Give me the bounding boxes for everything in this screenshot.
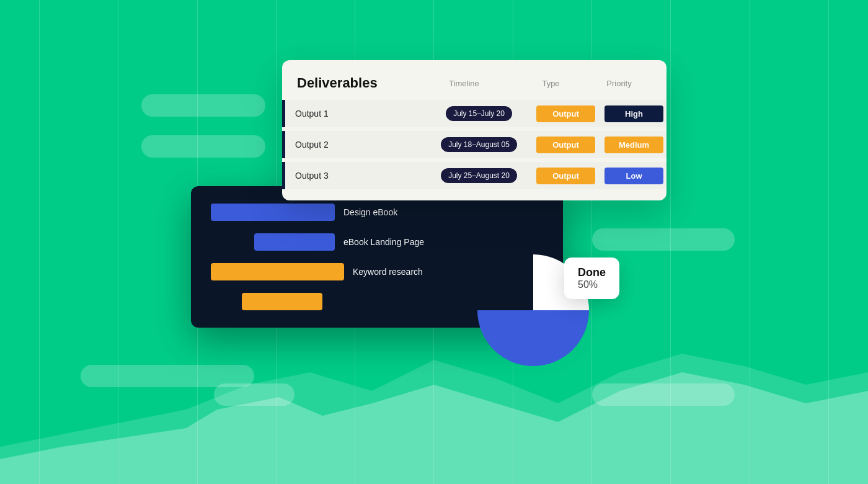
type-cell: Output [530, 105, 601, 122]
pill-3 [592, 228, 735, 251]
gantt-bar [211, 263, 344, 280]
pill-6 [214, 383, 294, 406]
pill-2 [141, 135, 265, 158]
type-cell: Output [530, 137, 601, 153]
done-title: Done [578, 266, 606, 279]
timeline-cell: July 25–August 20 [428, 168, 530, 183]
type-badge: Output [536, 105, 595, 122]
deliverables-card: Deliverables Timeline Type Priority Outp… [282, 60, 666, 200]
card-header: Deliverables Timeline Type Priority [282, 75, 666, 100]
card-title: Deliverables [297, 75, 413, 91]
done-tooltip: Done 50% [564, 258, 619, 299]
timeline-pill: July 25–August 20 [441, 168, 517, 183]
col-header-timeline: Timeline [413, 79, 515, 88]
gantt-bar [242, 293, 322, 310]
gantt-bar [254, 233, 335, 251]
priority-badge: Low [604, 168, 663, 184]
gantt-label: Design eBook [343, 207, 397, 217]
table-row: Output 3 July 25–August 20 Output Low [282, 162, 666, 189]
deliverable-rows: Output 1 July 15–July 20 Output High Out… [282, 100, 666, 189]
table-row: Output 1 July 15–July 20 Output High [282, 100, 666, 127]
priority-cell: High [601, 105, 666, 122]
timeline-cell: July 15–July 20 [428, 106, 530, 121]
type-badge: Output [536, 168, 595, 184]
pill-1 [141, 94, 265, 117]
gantt-bar [211, 204, 335, 221]
priority-badge: Medium [604, 137, 663, 153]
gantt-label: Keyword research [353, 267, 423, 277]
gantt-bar-wrap [211, 293, 322, 310]
type-cell: Output [530, 168, 601, 184]
row-name: Output 2 [285, 140, 428, 150]
timeline-pill: July 18–August 05 [441, 137, 517, 152]
timeline-pill: July 15–July 20 [446, 106, 512, 121]
row-name: Output 3 [285, 171, 428, 181]
table-row: Output 2 July 18–August 05 Output Medium [282, 131, 666, 158]
gantt-row: Design eBook [211, 204, 543, 221]
gantt-bar-wrap [211, 263, 344, 280]
timeline-cell: July 18–August 05 [428, 137, 530, 152]
gantt-label: eBook Landing Page [343, 237, 424, 247]
col-header-priority: Priority [587, 79, 652, 88]
type-badge: Output [536, 137, 595, 153]
col-header-type: Type [515, 79, 587, 88]
pill-4 [592, 383, 735, 406]
row-name: Output 1 [285, 109, 428, 119]
priority-cell: Low [601, 168, 666, 184]
gantt-bar-wrap [211, 233, 335, 251]
done-pct: 50% [578, 279, 606, 290]
priority-cell: Medium [601, 137, 666, 153]
gantt-bar-wrap [211, 204, 335, 221]
priority-badge: High [604, 105, 663, 122]
